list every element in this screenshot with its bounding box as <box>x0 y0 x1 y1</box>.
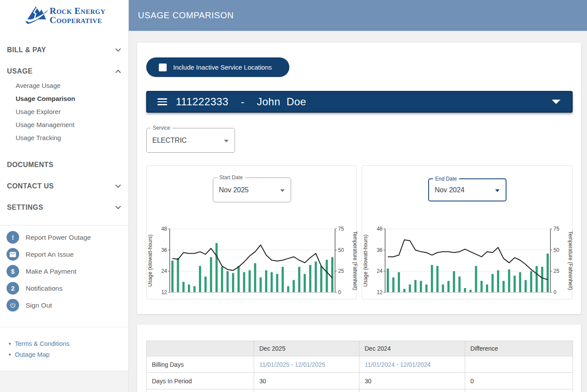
mountain-swoosh-icon <box>24 3 49 29</box>
bullet: • <box>9 340 11 347</box>
sidebar-item-documents[interactable]: DOCUMENTS <box>7 161 122 169</box>
table-row: Billing Days 11/01/2025 - 12/01/2025 11/… <box>147 356 573 373</box>
report-power-outage-button[interactable]: ! Report Power Outage <box>7 231 91 244</box>
service-select-label: Service <box>151 125 172 131</box>
chevron-up-icon <box>115 70 121 75</box>
row-value: 0 <box>465 373 573 389</box>
brand-name: Rock Energy Cooperative <box>50 7 105 25</box>
sidebar-item-usage-explorer[interactable]: Usage Explorer <box>16 108 120 115</box>
table-header-dec-2025: Dec 2025 <box>254 341 359 356</box>
sidebar-item-usage[interactable]: USAGE <box>7 67 122 75</box>
dropdown-caret-icon <box>552 100 560 104</box>
svg-text:12: 12 <box>161 289 168 295</box>
page-header: USAGE COMPARISON <box>129 0 587 31</box>
end-period-chart-card: End Date Nov 2024 122436480255075Usage (… <box>362 165 573 299</box>
svg-text:Usage (kilowatt-hours): Usage (kilowatt-hours) <box>362 235 369 287</box>
action-label: Sign Out <box>26 302 52 309</box>
svg-text:50: 50 <box>338 247 344 253</box>
svg-text:36: 36 <box>377 247 383 253</box>
end-date-select[interactable]: End Date Nov 2024 <box>428 178 506 201</box>
svg-text:Temperature (Fahrenheit): Temperature (Fahrenheit) <box>567 231 573 290</box>
notifications-button[interactable]: 2 Notifications <box>7 282 62 295</box>
svg-text:Temperature (Fahrenheit): Temperature (Fahrenheit) <box>352 231 357 290</box>
svg-text:48: 48 <box>161 226 168 232</box>
table-header-difference: Difference <box>465 341 573 356</box>
exclamation-icon: ! <box>7 231 19 244</box>
billing-period-link[interactable]: 11/01/2025 - 12/01/2025 <box>259 361 325 368</box>
sidebar-item-label: CONTACT US <box>7 182 54 190</box>
service-select[interactable]: Service ELECTRIC <box>146 128 235 153</box>
power-icon <box>7 299 19 312</box>
sidebar-item-label: DOCUMENTS <box>7 161 54 168</box>
account-selector[interactable]: 111222333 - John Doe <box>146 91 573 113</box>
table-row <box>147 389 573 392</box>
comparison-table: Dec 2025 Dec 2024 Difference Billing Day… <box>146 341 573 392</box>
sign-out-button[interactable]: Sign Out <box>7 299 52 312</box>
chevron-down-icon <box>495 189 500 192</box>
comparison-table-card: Dec 2025 Dec 2024 Difference Billing Day… <box>137 325 581 392</box>
sidebar-item-bill-pay[interactable]: BILL & PAY <box>7 46 122 54</box>
hamburger-menu-icon[interactable] <box>158 98 167 105</box>
badge-count-icon: 2 <box>7 282 19 295</box>
svg-text:75: 75 <box>338 226 344 232</box>
chevron-down-icon <box>280 189 285 192</box>
sidebar-item-label: SETTINGS <box>7 204 43 211</box>
table-header-row: Dec 2025 Dec 2024 Difference <box>147 341 573 356</box>
sidebar-footer <box>0 371 128 392</box>
row-value: 30 <box>254 373 359 389</box>
svg-text:0: 0 <box>553 289 557 295</box>
outage-map-link[interactable]: Outage Map <box>15 351 50 358</box>
action-label: Report An Issue <box>26 251 74 258</box>
include-inactive-label: Include Inactive Service Locations <box>173 64 272 71</box>
action-label: Notifications <box>26 285 62 292</box>
start-date-select-label: Start Date <box>217 174 245 181</box>
sidebar-item-usage-comparison[interactable]: Usage Comparison <box>16 95 120 102</box>
table-header-blank <box>147 341 254 356</box>
report-an-issue-button[interactable]: Report An Issue <box>7 248 74 261</box>
chevron-down-icon <box>115 182 121 188</box>
chevron-down-icon <box>115 204 121 209</box>
sidebar-item-settings[interactable]: SETTINGS <box>7 204 122 211</box>
main-content: Include Inactive Service Locations 11122… <box>129 31 587 392</box>
bullet: • <box>9 351 11 358</box>
envelope-icon <box>7 248 19 261</box>
make-a-payment-button[interactable]: $ Make A Payment <box>7 265 76 278</box>
row-value <box>465 356 573 373</box>
action-label: Report Power Outage <box>26 234 91 241</box>
page-title: USAGE COMPARISON <box>138 0 234 31</box>
row-label: Billing Days <box>147 356 254 373</box>
table-header-dec-2024: Dec 2024 <box>359 341 465 356</box>
svg-text:0: 0 <box>338 289 341 295</box>
svg-text:48: 48 <box>377 226 383 232</box>
sidebar-item-contact-us[interactable]: CONTACT US <box>7 182 122 190</box>
usage-temperature-chart-start: 122436480255075Usage (kilowatt-hours)Tem… <box>147 224 357 298</box>
svg-text:36: 36 <box>161 247 168 253</box>
start-date-select[interactable]: Start Date Nov 2025 <box>213 178 291 202</box>
end-date-select-value: Nov 2024 <box>435 186 465 194</box>
svg-text:12: 12 <box>377 289 383 295</box>
row-label: Days In Period <box>147 373 254 389</box>
account-selector-value: 111222333 - John Doe <box>176 96 306 108</box>
table-row: Days In Period 30 30 0 <box>147 373 573 389</box>
usage-comparison-page: Rock Energy Cooperative BILL & PAY USAGE… <box>0 0 587 392</box>
svg-text:25: 25 <box>338 268 344 274</box>
sidebar-divider <box>0 225 129 225</box>
sidebar-item-usage-management[interactable]: Usage Management <box>16 121 120 128</box>
usage-temperature-chart-end: 122436480255075Usage (kilowatt-hours)Tem… <box>362 224 573 298</box>
row-value: 30 <box>359 373 465 389</box>
sidebar-item-average-usage[interactable]: Average Usage <box>16 82 120 89</box>
svg-text:24: 24 <box>161 268 168 274</box>
chevron-down-icon <box>224 140 228 142</box>
svg-text:25: 25 <box>553 268 560 274</box>
brand-logo[interactable]: Rock Energy Cooperative <box>24 3 105 29</box>
sidebar-item-label: USAGE <box>7 67 33 75</box>
svg-text:50: 50 <box>553 247 560 253</box>
end-date-select-label: End Date <box>433 176 459 182</box>
terms-and-conditions-link[interactable]: Terms & Conditions <box>15 340 70 347</box>
checkbox-icon[interactable] <box>159 64 167 71</box>
start-date-select-value: Nov 2025 <box>219 186 249 194</box>
include-inactive-toggle[interactable]: Include Inactive Service Locations <box>146 57 289 77</box>
usage-comparison-card: Include Inactive Service Locations 11122… <box>137 43 581 314</box>
sidebar-item-usage-tracking[interactable]: Usage Tracking <box>16 134 120 141</box>
billing-period-link[interactable]: 11/01/2024 - 12/01/2024 <box>365 361 431 368</box>
